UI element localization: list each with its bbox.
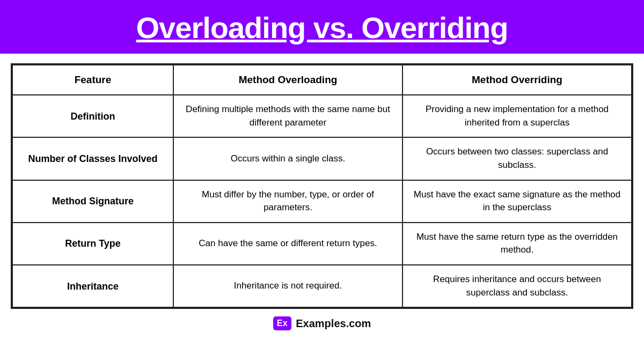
page-title: Overloading vs. Overriding [136,10,508,45]
table-row: DefinitionDefining multiple methods with… [12,95,632,137]
page-footer: Ex Examples.com [273,316,371,330]
cell-overriding: Providing a new implementation for a met… [402,95,632,137]
col-header-overriding: Method Overriding [402,65,632,95]
table-header-row: Feature Method Overloading Method Overri… [12,65,632,95]
cell-overloading: Can have the same or different return ty… [173,223,402,265]
table-row: Method SignatureMust differ by the numbe… [12,180,632,223]
table-row: Return TypeCan have the same or differen… [12,223,632,265]
cell-feature: Return Type [12,223,173,265]
cell-overloading: Must differ by the number, type, or orde… [173,180,402,223]
cell-overloading: Defining multiple methods with the same … [173,95,402,137]
cell-overloading: Inheritance is not required. [173,265,402,307]
table-row: InheritanceInheritance is not required.R… [12,265,632,307]
col-header-feature: Feature [12,65,173,95]
col-header-overloading: Method Overloading [173,65,402,95]
cell-feature: Inheritance [12,265,173,307]
table-row: Number of Classes InvolvedOccurs within … [12,137,632,180]
cell-overriding: Must have the same return type as the ov… [402,223,632,265]
footer-site-name: Examples.com [296,317,371,330]
cell-overloading: Occurs within a single class. [173,137,402,180]
comparison-table-container: Feature Method Overloading Method Overri… [11,63,633,309]
cell-feature: Definition [12,95,173,137]
cell-overriding: Requires inheritance and occurs between … [402,265,632,307]
page-header: Overloading vs. Overriding [0,0,644,54]
footer-logo: Ex [273,316,292,330]
cell-overriding: Occurs between two classes: superclass a… [402,137,632,180]
cell-overriding: Must have the exact same signature as th… [402,180,632,223]
cell-feature: Method Signature [12,180,173,223]
comparison-table: Feature Method Overloading Method Overri… [12,64,632,308]
cell-feature: Number of Classes Involved [12,137,173,180]
